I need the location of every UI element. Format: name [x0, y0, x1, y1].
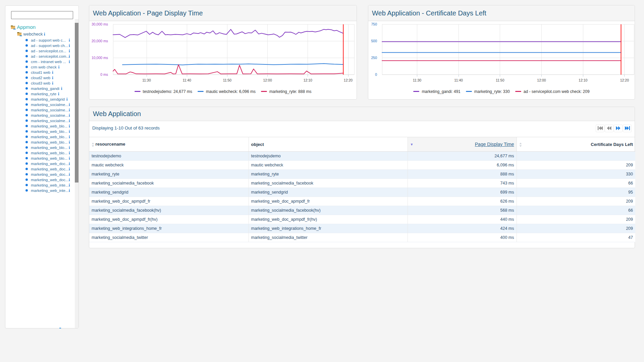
svg-text:11:40: 11:40	[454, 78, 463, 82]
svg-text:30,000 ms: 30,000 ms	[92, 22, 108, 26]
svg-text:10,000 ms: 10,000 ms	[92, 56, 108, 60]
svg-text:250: 250	[371, 56, 377, 60]
svg-text:11:30: 11:30	[413, 78, 422, 82]
svg-text:0: 0	[375, 72, 377, 76]
svg-text:12:20: 12:20	[344, 78, 353, 82]
svg-text:11:40: 11:40	[182, 78, 191, 82]
svg-text:12:20: 12:20	[620, 78, 629, 82]
svg-text:11:50: 11:50	[496, 78, 504, 82]
svg-text:750: 750	[371, 22, 377, 26]
svg-text:20,000 ms: 20,000 ms	[92, 39, 108, 43]
svg-text:500: 500	[371, 39, 377, 43]
svg-text:12:10: 12:10	[304, 78, 312, 82]
svg-text:11:30: 11:30	[142, 78, 151, 82]
svg-text:12:00: 12:00	[537, 78, 546, 82]
svg-text:11:50: 11:50	[223, 78, 232, 82]
svg-text:12:10: 12:10	[579, 78, 587, 82]
svg-text:12:00: 12:00	[263, 78, 272, 82]
svg-text:0 ms: 0 ms	[100, 72, 108, 76]
